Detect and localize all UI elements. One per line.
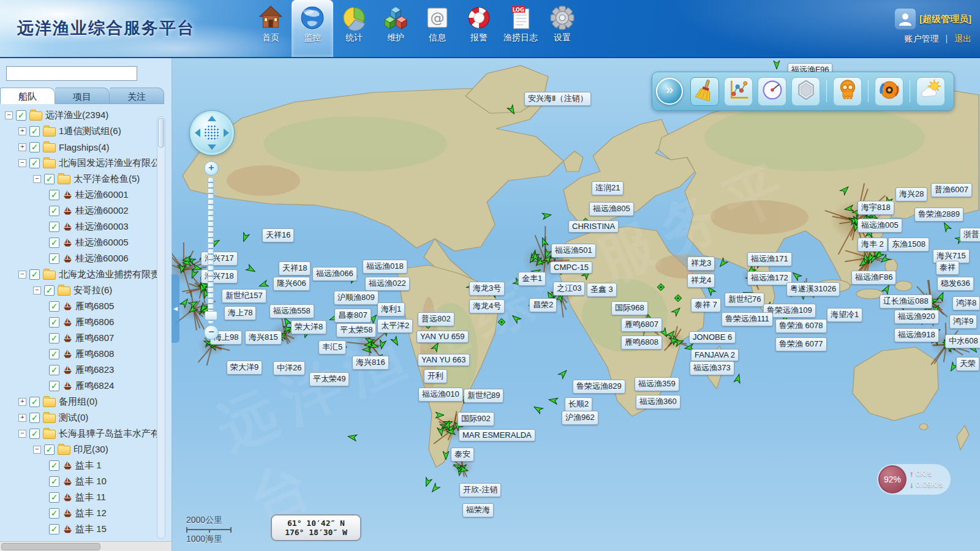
tree-row[interactable]: −✓印尼(30) <box>1 441 157 457</box>
nav-item-settings[interactable]: 设置 <box>541 0 583 57</box>
tree-row[interactable]: ✓雁鸣6805 <box>1 298 157 314</box>
vessel-label[interactable]: 海利1 <box>377 302 405 317</box>
tree-row[interactable]: +✓测试(0) <box>1 410 157 425</box>
vertical-scrollbar[interactable] <box>157 116 165 539</box>
vessel-label[interactable]: 海上78 <box>224 306 256 320</box>
checkbox-checked[interactable]: ✓ <box>49 333 59 343</box>
vessel-label[interactable]: 海兴28 <box>895 187 927 201</box>
vessel-label[interactable]: 中洋26 <box>273 361 305 375</box>
pan-up-icon[interactable] <box>208 116 216 121</box>
pan-down-icon[interactable] <box>208 144 216 150</box>
tree-row[interactable]: ✓雁鸣6808 <box>1 346 157 362</box>
vessel-label[interactable]: 福远渔805 <box>589 202 634 216</box>
vessel-label[interactable]: 昌泰807 <box>334 309 371 323</box>
vessel-label[interactable]: 福远渔918 <box>894 328 939 342</box>
zoom-in-button[interactable]: + <box>204 161 219 176</box>
vessel-icon[interactable] <box>347 432 358 443</box>
vessel-icon[interactable] <box>541 210 553 222</box>
vessel-label[interactable]: 普渔6007 <box>931 183 972 197</box>
vessel-icon[interactable] <box>772 60 782 70</box>
vessel-label[interactable]: 国际968 <box>611 301 648 315</box>
vessel-label[interactable]: 国际902 <box>458 412 494 426</box>
checkbox-checked[interactable]: ✓ <box>16 110 26 121</box>
checkbox-checked[interactable]: ✓ <box>49 206 59 216</box>
danger-alert-button[interactable] <box>833 77 862 106</box>
checkbox-checked[interactable]: ✓ <box>29 158 40 168</box>
collapse-node-icon[interactable]: − <box>33 287 41 294</box>
checkbox-checked[interactable]: ✓ <box>44 174 55 184</box>
checkbox-checked[interactable]: ✓ <box>44 285 55 296</box>
vessel-label[interactable]: 稳发636 <box>937 277 974 291</box>
zoom-out-button[interactable]: − <box>204 325 219 340</box>
vessel-label[interactable]: 浙普 <box>960 228 980 242</box>
vessel-label[interactable]: 福远渔022 <box>365 277 410 291</box>
nav-item-stats[interactable]: 统计 <box>333 0 375 57</box>
checkbox-checked[interactable]: ✓ <box>49 476 59 487</box>
vessel-label[interactable]: 福远渔018 <box>363 260 407 274</box>
region-select-button[interactable] <box>791 77 820 106</box>
vessel-icon[interactable] <box>548 395 559 407</box>
expand-node-icon[interactable]: + <box>18 398 26 406</box>
vessel-diamond-icon[interactable] <box>657 283 666 293</box>
vessel-icon[interactable] <box>181 254 192 265</box>
vessel-label[interactable]: 福远渔066 <box>312 267 357 281</box>
vessel-label[interactable]: CHRISTINA <box>568 220 619 233</box>
tree-row[interactable]: +✓1通信测试组(6) <box>1 123 157 139</box>
collapse-node-icon[interactable]: − <box>5 111 13 119</box>
vessel-label[interactable]: 福远渔501 <box>551 244 596 258</box>
vessel-label[interactable]: 海龙4号 <box>469 299 505 313</box>
tree-row[interactable]: ✓桂远渔60005 <box>1 234 157 250</box>
tree-row[interactable]: ✓雁鸣6807 <box>1 330 157 346</box>
zoom-track[interactable] <box>208 177 214 324</box>
tree-row[interactable]: ✓益丰 1 <box>1 457 157 473</box>
vessel-label[interactable]: 福远渔010 <box>418 388 463 402</box>
vessel-label[interactable]: 鲁荣渔2889 <box>914 208 963 222</box>
vessel-icon[interactable] <box>435 426 447 438</box>
vessel-label[interactable]: MAR ESMERALDA <box>459 429 535 441</box>
checkbox-checked[interactable]: ✓ <box>29 269 40 280</box>
vessel-label[interactable]: FANJAVA 2 <box>691 349 739 361</box>
expand-node-icon[interactable]: + <box>18 414 26 422</box>
tree-row[interactable]: −✓长海县獐子岛益丰水产有 <box>1 425 157 441</box>
vessel-icon[interactable] <box>176 263 188 275</box>
checkbox-checked[interactable]: ✓ <box>49 222 59 232</box>
map-pan-control[interactable] <box>190 111 234 155</box>
vessel-diamond-icon[interactable] <box>497 318 507 328</box>
tree-row[interactable]: ✓桂远渔60003 <box>1 219 157 234</box>
vertical-scrollbar-thumb[interactable] <box>158 118 164 148</box>
vessel-label[interactable]: 鸿洋9 <box>949 315 977 329</box>
vessel-label[interactable]: 福远渔359 <box>635 377 679 391</box>
vessel-label[interactable]: 连润21 <box>592 181 624 195</box>
vessel-label[interactable]: 昌荣2 <box>529 298 557 312</box>
vessel-label[interactable]: 福远渔373 <box>690 361 734 375</box>
tree-row[interactable]: ✓桂远渔60002 <box>1 203 157 219</box>
checkbox-checked[interactable]: ✓ <box>49 238 59 248</box>
vessel-label[interactable]: 荣大洋9 <box>227 361 262 375</box>
vessel-label[interactable]: YAN YU 659 <box>417 331 469 343</box>
typhoon-button[interactable] <box>875 77 903 106</box>
checkbox-checked[interactable]: ✓ <box>49 508 59 519</box>
sidebar-collapse-handle[interactable]: ◀ <box>172 274 179 343</box>
tree-row[interactable]: ✓雁鸣6824 <box>1 378 157 394</box>
vessel-label[interactable]: 福远渔172 <box>747 271 792 285</box>
measure-dial-button[interactable] <box>758 77 786 106</box>
tree-row[interactable]: ✓益丰 12 <box>1 505 157 521</box>
vessel-diamond-icon[interactable] <box>674 294 684 304</box>
vessel-icon[interactable] <box>435 410 445 420</box>
checkbox-checked[interactable]: ✓ <box>49 190 59 200</box>
tree-row[interactable]: +✓备用组(0) <box>1 394 157 410</box>
nav-item-alarm[interactable]: 报警 <box>458 0 500 57</box>
vessel-label[interactable]: 荣大洋8 <box>291 320 326 334</box>
sidebar-tab-1[interactable]: 项目 <box>55 88 110 104</box>
vessel-label[interactable]: 开欣-注销 <box>459 483 501 497</box>
vessel-label[interactable]: 东渔1508 <box>888 238 929 252</box>
vessel-label[interactable]: 金丰1 <box>518 272 546 286</box>
vessel-label[interactable]: 海兴816 <box>352 356 389 370</box>
map-area[interactable]: 远洋渔业综合服务平台 福远渔F96安兴海Ⅱ（注销）连润21普渔6007海兴28海… <box>172 58 980 551</box>
checkbox-checked[interactable]: ✓ <box>49 253 59 264</box>
vessel-label[interactable]: 天祥18 <box>279 261 311 276</box>
checkbox-checked[interactable]: ✓ <box>49 365 59 375</box>
tree-row[interactable]: −✓安哥拉(6) <box>1 282 157 298</box>
tree-row[interactable]: ✓桂远渔60006 <box>1 250 157 266</box>
checkbox-checked[interactable]: ✓ <box>49 492 59 503</box>
